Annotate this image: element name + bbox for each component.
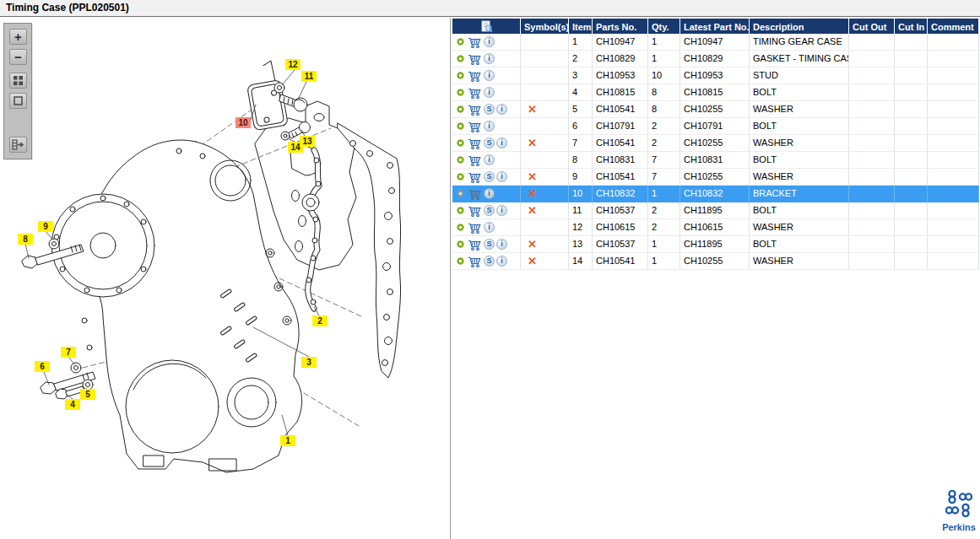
gear-icon[interactable] [455, 256, 466, 267]
callout-label-3[interactable]: 3 [301, 357, 317, 368]
cell-latest-part-no: CH10255 [680, 135, 750, 152]
fit-page-button[interactable] [9, 93, 27, 109]
info-icon[interactable]: i [496, 104, 507, 115]
col-header-symbol-s-[interactable]: Symbol(s) [521, 19, 569, 34]
cart-icon[interactable] [468, 222, 482, 234]
gear-icon[interactable] [455, 137, 466, 148]
callout-label-10[interactable]: 10 [236, 117, 251, 128]
callout-label-11[interactable]: 11 [301, 71, 317, 82]
callout-label-9[interactable]: 9 [38, 221, 53, 232]
info-icon[interactable]: i [484, 87, 495, 98]
gear-icon[interactable] [455, 222, 466, 233]
table-row[interactable]: i✕10CH108321CH10832BRACKET [452, 186, 979, 202]
substitute-icon[interactable]: S [484, 137, 495, 148]
table-row[interactable]: Si✕7CH105412CH10255WASHER [452, 135, 979, 152]
cell-item: 8 [569, 152, 593, 169]
table-row[interactable]: i3CH1095310CH10953STUD [452, 67, 979, 84]
cart-icon[interactable] [468, 188, 482, 200]
table-row[interactable]: Si✕14CH105411CH10255WASHER [452, 253, 979, 270]
callout-label-12[interactable]: 12 [285, 59, 300, 70]
table-row[interactable]: Si✕13CH105371CH11895BOLT [452, 236, 979, 253]
callout-label-14[interactable]: 14 [288, 142, 303, 153]
gear-icon[interactable] [455, 154, 466, 165]
cell-symbols [521, 219, 569, 236]
cart-icon[interactable] [468, 205, 482, 217]
red-cross-icon: ✕ [528, 170, 537, 183]
callout-label-2[interactable]: 2 [312, 315, 328, 326]
cart-icon[interactable] [468, 53, 482, 65]
gear-icon[interactable] [455, 87, 466, 98]
panel-splitter[interactable] [450, 18, 451, 539]
cart-icon[interactable] [468, 239, 482, 251]
col-header-description[interactable]: Description [750, 19, 849, 34]
info-icon[interactable]: i [496, 205, 507, 216]
gear-icon[interactable] [455, 188, 466, 199]
gear-icon[interactable] [455, 53, 466, 64]
toggle-panel-button[interactable] [9, 137, 27, 153]
table-row[interactable]: i1CH109471CH10947TIMING GEAR CASE [452, 34, 979, 51]
zoom-out-button[interactable]: − [9, 49, 27, 65]
gear-icon[interactable] [455, 36, 466, 47]
cart-icon[interactable] [468, 154, 482, 166]
table-row[interactable]: Si✕11CH105372CH11895BOLT [452, 202, 979, 219]
col-header-parts-no-[interactable]: Parts No. [593, 19, 648, 34]
info-icon[interactable]: i [484, 222, 495, 233]
info-icon[interactable]: i [496, 137, 507, 148]
col-header-item[interactable]: Item [569, 19, 593, 34]
substitute-icon[interactable]: S [484, 205, 495, 216]
cell-comment [928, 67, 979, 84]
callout-label-7[interactable]: 7 [61, 347, 76, 358]
gear-icon[interactable] [455, 121, 466, 132]
callout-label-8[interactable]: 8 [18, 234, 33, 245]
zoom-in-button[interactable]: + [9, 29, 27, 45]
col-header-latest-part-no-[interactable]: Latest Part No. [680, 19, 750, 34]
table-row[interactable]: i12CH106152CH10615WASHER [452, 219, 979, 236]
table-row[interactable]: i8CH108317CH10831BOLT [452, 152, 979, 169]
table-row[interactable]: Si✕5CH105418CH10255WASHER [452, 101, 979, 118]
info-icon[interactable]: i [484, 121, 495, 132]
cart-icon[interactable] [468, 104, 482, 116]
gear-icon[interactable] [455, 171, 466, 182]
info-icon[interactable]: i [484, 70, 495, 81]
cart-icon[interactable] [468, 171, 482, 183]
cart-icon[interactable] [468, 137, 482, 149]
substitute-icon[interactable]: S [484, 256, 495, 267]
cell-item: 9 [569, 169, 593, 186]
col-header-cut-out[interactable]: Cut Out [849, 19, 895, 34]
col-header-comment[interactable]: Comment [928, 19, 979, 34]
cart-icon[interactable] [468, 70, 482, 82]
info-icon[interactable]: i [496, 239, 507, 250]
cart-icon[interactable] [468, 121, 482, 132]
gear-icon[interactable] [455, 104, 466, 115]
substitute-icon[interactable]: S [484, 239, 495, 250]
substitute-icon[interactable]: S [484, 171, 495, 182]
info-icon[interactable]: i [496, 256, 507, 267]
col-header-qty-[interactable]: Qty. [648, 19, 680, 34]
info-icon[interactable]: i [484, 188, 495, 199]
substitute-icon[interactable]: S [484, 104, 495, 115]
gear-icon[interactable] [455, 70, 466, 81]
col-header-row-tools[interactable] [452, 19, 521, 34]
fit-all-button[interactable] [9, 73, 27, 89]
col-header-cut-in[interactable]: Cut In [895, 19, 928, 34]
cart-icon[interactable] [468, 36, 482, 48]
callout-label-1[interactable]: 1 [280, 435, 295, 446]
callout-label-5[interactable]: 5 [80, 389, 95, 400]
info-icon[interactable]: i [484, 154, 495, 165]
cart-icon[interactable] [468, 256, 482, 267]
table-row[interactable]: Si✕9CH105417CH10255WASHER [452, 169, 979, 186]
cell-description: BOLT [750, 202, 849, 219]
table-row[interactable]: i4CH108158CH10815BOLT [452, 84, 979, 101]
info-icon[interactable]: i [484, 36, 495, 47]
gear-icon[interactable] [455, 239, 466, 250]
cell-cut-out [849, 51, 895, 67]
gear-icon[interactable] [455, 205, 466, 216]
info-icon[interactable]: i [496, 171, 507, 182]
cell-qty: 2 [648, 202, 680, 219]
table-row[interactable]: i2CH108291CH10829GASKET - TIMING CASE [452, 51, 979, 67]
table-row[interactable]: i6CH107912CH10791BOLT [452, 118, 979, 135]
callout-label-4[interactable]: 4 [65, 399, 80, 410]
info-icon[interactable]: i [484, 53, 495, 64]
cart-icon[interactable] [468, 87, 482, 99]
callout-label-6[interactable]: 6 [35, 361, 50, 372]
